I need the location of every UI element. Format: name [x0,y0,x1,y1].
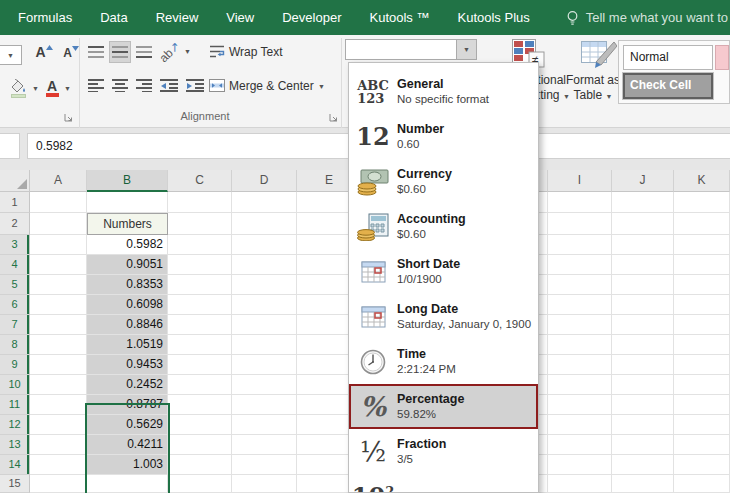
orientation-button[interactable]: ab↗ [160,41,180,63]
cell-D15[interactable] [232,475,297,493]
row-header-4[interactable]: 4 [0,255,30,275]
cell-C7[interactable] [168,315,232,335]
cell-J1[interactable] [612,192,674,213]
cell-C13[interactable] [168,435,232,455]
cell-A10[interactable] [30,375,87,395]
select-all-button[interactable] [0,170,30,192]
format-option-time[interactable]: Time2:21:24 PM [349,339,538,384]
format-option-number[interactable]: 12Number0.60 [349,114,538,159]
cell-K12[interactable] [674,415,730,435]
cell-I9[interactable] [548,355,612,375]
format-option-general[interactable]: ABC123GeneralNo specific format [349,69,538,114]
ribbon-tab-view[interactable]: View [212,0,268,35]
row-header-8[interactable]: 8 [0,335,30,355]
middle-align-button[interactable] [109,41,131,63]
cell-J2[interactable] [612,213,674,235]
cell-A3[interactable] [30,235,87,255]
cell-D14[interactable] [232,455,297,475]
format-option-accounting[interactable]: Accounting$0.60 [349,204,538,249]
cell-I11[interactable] [548,395,612,415]
cell-D4[interactable] [232,255,297,275]
cell-D13[interactable] [232,435,297,455]
ribbon-tab-kutools[interactable]: Kutools ™ [356,0,444,35]
cell-J6[interactable] [612,295,674,315]
column-header-K[interactable]: K [674,170,730,192]
cell-B7[interactable]: 0.8846 [87,315,168,335]
format-option-percentage[interactable]: %Percentage59.82% [349,384,538,429]
cell-K7[interactable] [674,315,730,335]
cell-C9[interactable] [168,355,232,375]
cell-style-bad-partial[interactable] [715,45,729,70]
cell-B1[interactable] [87,192,168,213]
cell-I7[interactable] [548,315,612,335]
column-header-C[interactable]: C [168,170,232,192]
column-header-B[interactable]: B [87,170,168,192]
cell-D5[interactable] [232,275,297,295]
cell-A5[interactable] [30,275,87,295]
cell-K11[interactable] [674,395,730,415]
cell-D1[interactable] [232,192,297,213]
cell-J12[interactable] [612,415,674,435]
column-header-D[interactable]: D [232,170,297,192]
cell-I1[interactable] [548,192,612,213]
align-center-button[interactable] [110,76,130,94]
row-header-3[interactable]: 3 [0,235,30,255]
cell-style-check-cell[interactable]: Check Cell [623,73,713,99]
align-right-button[interactable] [134,76,154,94]
cell-B13[interactable]: 0.4211 [87,435,168,455]
cell-A14[interactable] [30,455,87,475]
cell-I10[interactable] [548,375,612,395]
cell-B4[interactable]: 0.9051 [87,255,168,275]
cell-C10[interactable] [168,375,232,395]
wrap-text-label[interactable]: Wrap Text [229,45,283,59]
cell-A15[interactable] [30,475,87,493]
cell-I12[interactable] [548,415,612,435]
cell-B11[interactable]: 0.8787 [87,395,168,415]
cell-K3[interactable] [674,235,730,255]
cell-C15[interactable] [168,475,232,493]
cell-K9[interactable] [674,355,730,375]
row-header-9[interactable]: 9 [0,355,30,375]
cell-B5[interactable]: 0.8353 [87,275,168,295]
cell-K8[interactable] [674,335,730,355]
name-box-fragment[interactable] [0,133,20,159]
cell-J7[interactable] [612,315,674,335]
font-group-dialog-launcher[interactable] [64,109,75,120]
cell-C14[interactable] [168,455,232,475]
format-option-scientific[interactable]: 102Scientific [349,474,538,493]
top-align-button[interactable] [86,43,106,61]
format-option-fraction[interactable]: ½Fraction3/5 [349,429,538,474]
row-header-5[interactable]: 5 [0,275,30,295]
cell-K15[interactable] [674,475,730,493]
orientation-dropdown-arrow[interactable]: ▼ [184,48,191,55]
cell-D8[interactable] [232,335,297,355]
font-color-dropdown-arrow[interactable]: ▼ [64,85,71,92]
cell-K2[interactable] [674,213,730,235]
cell-K4[interactable] [674,255,730,275]
cell-I13[interactable] [548,435,612,455]
format-as-table-button[interactable] [580,39,618,69]
cell-J5[interactable] [612,275,674,295]
cell-A4[interactable] [30,255,87,275]
cell-J15[interactable] [612,475,674,493]
cell-D6[interactable] [232,295,297,315]
tell-me-box[interactable]: Tell me what you want to do... [566,10,730,26]
format-option-currency[interactable]: Currency$0.60 [349,159,538,204]
number-format-combobox[interactable] [345,39,457,60]
font-size-combo-fragment[interactable]: ▼ [0,45,22,65]
decrease-indent-button[interactable] [158,76,180,94]
cell-J3[interactable] [612,235,674,255]
row-header-12[interactable]: 12 [0,415,30,435]
row-header-13[interactable]: 13 [0,435,30,455]
format-option-short-date[interactable]: Short Date1/0/1900 [349,249,538,294]
cell-D11[interactable] [232,395,297,415]
cell-I14[interactable] [548,455,612,475]
number-format-dropdown-button[interactable]: ▼ [456,39,477,60]
cell-B8[interactable]: 1.0519 [87,335,168,355]
cell-A6[interactable] [30,295,87,315]
row-header-10[interactable]: 10 [0,375,30,395]
cell-D7[interactable] [232,315,297,335]
cell-J13[interactable] [612,435,674,455]
cell-A9[interactable] [30,355,87,375]
cell-I2[interactable] [548,213,612,235]
